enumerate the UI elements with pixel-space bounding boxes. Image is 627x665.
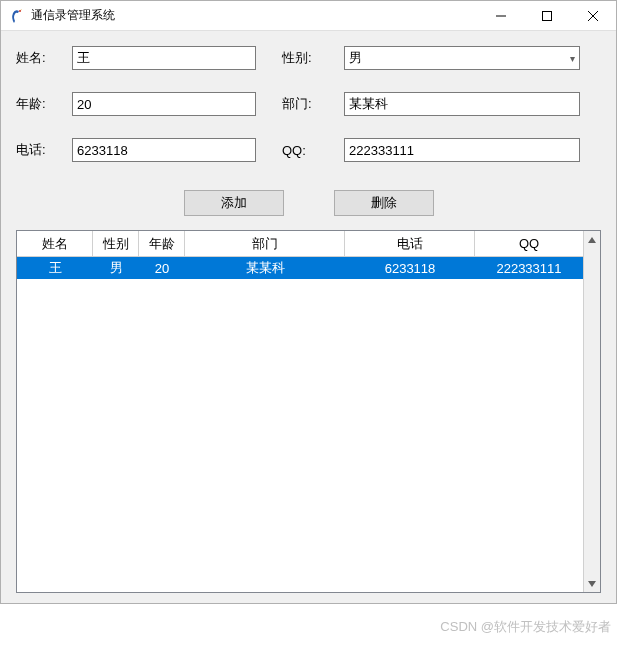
add-button-label: 添加 (221, 194, 247, 212)
app-icon (9, 8, 25, 24)
chevron-down-icon: ▾ (570, 53, 575, 64)
th-gender[interactable]: 性别 (93, 231, 139, 256)
gender-label: 性别: (282, 49, 336, 67)
scroll-down-icon[interactable] (584, 575, 600, 592)
phone-input[interactable] (72, 138, 256, 162)
dept-label: 部门: (282, 95, 336, 113)
window-controls (478, 1, 616, 30)
age-input[interactable] (72, 92, 256, 116)
client-area: 姓名: 性别: 男 ▾ 年龄: 部门: 电话: QQ: 添加 删除 (1, 31, 616, 603)
gender-value: 男 (349, 49, 362, 67)
svg-rect-2 (543, 11, 552, 20)
age-label: 年龄: (16, 95, 64, 113)
svg-point-0 (19, 10, 21, 12)
th-age[interactable]: 年龄 (139, 231, 185, 256)
button-row: 添加 删除 (16, 190, 601, 216)
th-dept[interactable]: 部门 (185, 231, 345, 256)
phone-label: 电话: (16, 141, 64, 159)
svg-marker-6 (588, 581, 596, 587)
td-dept: 某某科 (185, 257, 345, 279)
delete-button[interactable]: 删除 (334, 190, 434, 216)
maximize-button[interactable] (524, 1, 570, 30)
scroll-up-icon[interactable] (584, 231, 600, 248)
table-body[interactable]: 王 男 20 某某科 6233118 222333111 (17, 257, 583, 592)
name-label: 姓名: (16, 49, 64, 67)
th-qq[interactable]: QQ (475, 231, 583, 256)
svg-marker-5 (588, 237, 596, 243)
td-qq: 222333111 (475, 257, 583, 279)
name-input[interactable] (72, 46, 256, 70)
table-container: 姓名 性别 年龄 部门 电话 QQ 王 男 20 某某科 6233118 222… (16, 230, 601, 593)
table-row[interactable]: 王 男 20 某某科 6233118 222333111 (17, 257, 583, 279)
form-row-2: 年龄: 部门: (16, 92, 601, 116)
delete-button-label: 删除 (371, 194, 397, 212)
qq-input[interactable] (344, 138, 580, 162)
qq-label: QQ: (282, 143, 336, 158)
table-main: 姓名 性别 年龄 部门 电话 QQ 王 男 20 某某科 6233118 222… (17, 231, 583, 592)
dept-input[interactable] (344, 92, 580, 116)
td-name: 王 (17, 257, 93, 279)
minimize-button[interactable] (478, 1, 524, 30)
close-button[interactable] (570, 1, 616, 30)
vertical-scrollbar[interactable] (583, 231, 600, 592)
td-age: 20 (139, 257, 185, 279)
form-row-3: 电话: QQ: (16, 138, 601, 162)
add-button[interactable]: 添加 (184, 190, 284, 216)
titlebar[interactable]: 通信录管理系统 (1, 1, 616, 31)
window-title: 通信录管理系统 (31, 7, 478, 24)
watermark: CSDN @软件开发技术爱好者 (440, 618, 611, 636)
th-phone[interactable]: 电话 (345, 231, 475, 256)
gender-select[interactable]: 男 ▾ (344, 46, 580, 70)
td-phone: 6233118 (345, 257, 475, 279)
table-header: 姓名 性别 年龄 部门 电话 QQ (17, 231, 583, 257)
th-name[interactable]: 姓名 (17, 231, 93, 256)
td-gender: 男 (93, 257, 139, 279)
window-frame: 通信录管理系统 姓名: 性别: 男 ▾ 年龄: 部门: 电话: QQ: (0, 0, 617, 604)
form-row-1: 姓名: 性别: 男 ▾ (16, 46, 601, 70)
